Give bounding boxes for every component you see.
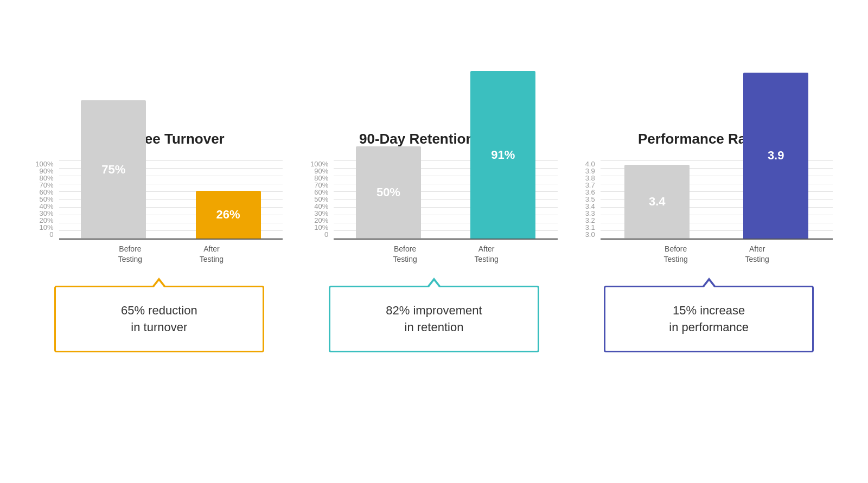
bar-wrapper: 3.9 [725,73,827,239]
bar-wrapper: 75% [65,100,163,239]
y-axis-label: 10% [314,224,328,231]
bar-retention-0: 50% [356,146,421,239]
y-axis-label: 50% [40,196,54,203]
y-axis-label: 20% [314,217,328,224]
y-axis-label: 70% [40,182,54,189]
callout-performance: 15% increasein performance [604,286,814,353]
bar-turnover-1: 26% [196,191,261,239]
x-axis-label: BeforeTesting [643,244,709,263]
grid-bars-turnover: 75%26% [59,160,283,239]
y-axis-label: 3.1 [585,224,595,231]
grid-bars-retention: 50%91% [334,160,558,239]
x-axis-label: BeforeTesting [98,244,163,263]
bar-value-label: 3.4 [649,195,666,209]
y-axis-label: 100% [310,160,328,168]
chart-area-retention: 100%90%80%70%60%50%40%30%20%10%050%91%Be… [310,160,558,264]
x-axis-label: AfterTesting [454,244,519,263]
bar-wrapper: 50% [339,146,437,239]
y-axis-label: 80% [40,175,54,182]
bar-wrapper: 3.4 [606,165,709,239]
bar-retention-1: 91% [470,71,535,239]
bars-row-turnover: 75%26% [59,100,283,239]
y-axis-turnover: 100%90%80%70%60%50%40%30%20%10%0 [35,160,59,264]
callout-turnover: 65% reductionin turnover [54,286,265,353]
bar-value-label: 50% [376,185,400,199]
bar-value-label: 26% [216,208,240,222]
y-axis-label: 3.4 [585,203,595,210]
baseline-turnover [59,239,283,240]
y-axis-label: 30% [314,210,328,217]
y-axis-label: 40% [314,203,328,210]
x-axis-turnover: BeforeTestingAfterTesting [59,244,283,263]
chart-inner-retention: 50%91%BeforeTestingAfterTesting [334,160,558,264]
callout-retention: 82% improvementin retention [329,286,539,353]
y-axis-label: 70% [314,182,328,189]
y-axis-retention: 100%90%80%70%60%50%40%30%20%10%0 [310,160,334,264]
x-axis-label: BeforeTesting [373,244,438,263]
bar-performance-0: 3.4 [624,165,690,239]
y-axis-label: 30% [40,210,54,217]
bar-wrapper: 26% [179,191,277,239]
y-axis-label: 3.7 [585,182,595,189]
charts-container: Employee Turnover100%90%80%70%60%50%40%3… [22,131,846,353]
y-axis-label: 40% [40,203,54,210]
y-axis-label: 3.3 [585,210,595,217]
bar-value-label: 91% [491,148,515,162]
y-axis-label: 3.5 [585,196,595,203]
chart-section-retention: 90-Day Retention Rate100%90%80%70%60%50%… [310,131,558,353]
y-axis-label: 100% [35,160,53,168]
y-axis-label: 20% [40,217,54,224]
y-axis-label: 3.0 [585,231,595,238]
bar-value-label: 75% [101,163,125,177]
chart-inner-performance: 3.43.9BeforeTestingAfterTesting [601,160,833,264]
y-axis-label: 10% [40,224,54,231]
bar-value-label: 3.9 [768,149,784,163]
y-axis-label: 3.9 [585,168,595,175]
y-axis-label: 3.2 [585,217,595,224]
x-axis-label: AfterTesting [179,244,244,263]
chart-inner-turnover: 75%26%BeforeTestingAfterTesting [59,160,283,264]
chart-area-turnover: 100%90%80%70%60%50%40%30%20%10%075%26%Be… [35,160,283,264]
chart-section-performance: Performance Ratings4.03.93.83.73.63.53.4… [585,131,833,353]
y-axis-label: 3.8 [585,175,595,182]
baseline-performance [601,239,833,240]
y-axis-label: 0 [324,231,328,238]
y-axis-label: 60% [40,189,54,196]
bar-turnover-0: 75% [81,100,146,239]
grid-bars-performance: 3.43.9 [601,160,833,239]
chart-area-performance: 4.03.93.83.73.63.53.43.33.23.13.03.43.9B… [585,160,833,264]
bar-performance-1: 3.9 [743,73,808,239]
x-axis-label: AfterTesting [725,244,790,263]
y-axis-label: 3.6 [585,189,595,196]
bar-wrapper: 91% [454,71,552,239]
y-axis-label: 4.0 [585,160,595,168]
y-axis-label: 90% [40,168,54,175]
x-axis-performance: BeforeTestingAfterTesting [601,244,833,263]
bars-row-retention: 50%91% [334,71,558,239]
y-axis-performance: 4.03.93.83.73.63.53.43.33.23.13.0 [585,160,601,264]
baseline-retention [334,239,558,240]
x-axis-retention: BeforeTestingAfterTesting [334,244,558,263]
y-axis-label: 60% [314,189,328,196]
y-axis-label: 50% [314,196,328,203]
bars-row-performance: 3.43.9 [601,73,833,239]
y-axis-label: 80% [314,175,328,182]
y-axis-label: 0 [49,231,53,238]
y-axis-label: 90% [314,168,328,175]
chart-section-turnover: Employee Turnover100%90%80%70%60%50%40%3… [35,131,283,353]
